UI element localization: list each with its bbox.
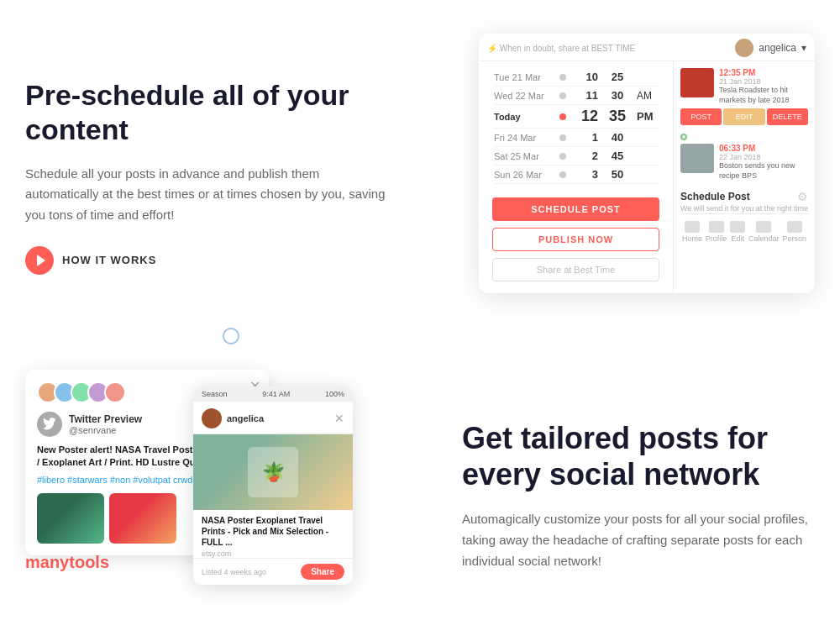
dot-4 (559, 134, 566, 141)
post-2-time: 06:33 PM (719, 144, 808, 153)
day-1: Tue 21 Mar (494, 72, 553, 82)
post-1-info: 12:35 PM 21 Jan 2018 Tesla Roadster to h… (719, 68, 808, 105)
ampm-today: PM (637, 110, 658, 123)
nav-home[interactable]: Home (682, 221, 702, 243)
deco-circle-blue (223, 328, 239, 344)
day-today: Today (494, 112, 553, 122)
nav-person-label: Person (783, 234, 807, 243)
tw-image-1 (37, 493, 104, 544)
publish-now-button[interactable]: PUBLISH NOW (492, 228, 659, 251)
calendar-icon (756, 221, 771, 233)
nav-edit[interactable]: Edit (730, 221, 745, 243)
left-text-col: Pre-schedule all of your content Schedul… (25, 78, 428, 275)
post-1-actions: POST EDIT DELETE (680, 108, 808, 125)
share-best-time-button[interactable]: Share at Best Time (492, 258, 659, 281)
hour-6: 3 (573, 168, 598, 181)
mp-source: etsy.com (193, 549, 353, 558)
timeline-connector (680, 134, 808, 140)
post-2-date: 22 Jan 2018 (719, 153, 808, 161)
min-6: 50 (605, 168, 630, 181)
app-body: Tue 21 Mar 10 25 Wed 22 Mar 11 30 AM (479, 61, 815, 293)
mp-username: angelica (227, 413, 264, 423)
right-text-col: Get tailored posts for every social netw… (428, 370, 815, 572)
hour-5: 2 (573, 150, 598, 162)
edit-btn-1[interactable]: EDIT (723, 108, 764, 125)
action-buttons-area: SCHEDULE POST PUBLISH NOW Share at Best … (486, 189, 666, 286)
brand-part2: tools (69, 553, 109, 571)
cal-row-5: Sat 25 Mar 2 45 (494, 147, 658, 166)
tw-avatar (37, 412, 62, 437)
how-it-works-button[interactable]: HOW IT WORKS (25, 246, 156, 275)
min-5: 45 (605, 150, 630, 162)
main-heading: Pre-schedule all of your content (25, 78, 395, 147)
section-tailored: ✕ Twitter Preview @senrvane ✎ (0, 353, 840, 636)
nav-calendar-label: Calendar (748, 234, 780, 243)
day-4: Fri 24 Mar (494, 133, 553, 143)
section2-heading: Get tailored posts for every social netw… (462, 420, 815, 492)
schedule-section: Schedule Post ⚙ We will send it for you … (680, 190, 808, 214)
mp-battery: 100% (325, 390, 344, 398)
bottom-nav: Home Profile Edit Calendar (680, 213, 808, 246)
cal-row-4: Fri 24 Mar 1 40 (494, 129, 658, 147)
brand: manytools (25, 553, 109, 572)
day-5: Sat 25 Mar (494, 151, 553, 161)
dot-1 (559, 74, 566, 81)
hour-1: 10 (573, 71, 598, 83)
home-icon (685, 221, 700, 233)
mp-header: angelica ✕ (193, 402, 353, 434)
app-mockup-col: ⚡ When in doubt, share at BEST TIME ange… (428, 34, 815, 319)
mp-close-icon[interactable]: ✕ (334, 412, 344, 425)
cal-row-6: Sun 26 Mar 3 50 (494, 166, 658, 184)
post-1-header: 12:35 PM 21 Jan 2018 Tesla Roadster to h… (680, 68, 808, 105)
mobile-preview-card: Season 9:41 AM 100% angelica ✕ 🪴 NASA Po… (193, 386, 353, 585)
profile-icon (709, 221, 724, 233)
day-6: Sun 26 Mar (494, 170, 553, 180)
schedule-label-small: ⚡ When in doubt, share at BEST TIME (487, 44, 635, 53)
nav-calendar[interactable]: Calendar (748, 221, 780, 243)
section2-description: Automagically customize your posts for a… (462, 509, 815, 571)
nav-profile[interactable]: Profile (706, 221, 727, 243)
min-today: 35 (605, 108, 630, 125)
person-icon (787, 221, 802, 233)
mp-time: 9:41 AM (262, 390, 290, 398)
gear-icon[interactable]: ⚙ (797, 190, 808, 203)
username: angelica (759, 42, 796, 54)
schedule-label: Schedule Post (680, 191, 750, 202)
post-2-header: 06:33 PM 22 Jan 2018 Boston sends you ne… (680, 144, 808, 181)
calendar-body: Tue 21 Mar 10 25 Wed 22 Mar 11 30 AM (486, 68, 666, 189)
post-1-thumb (680, 68, 714, 97)
tw-preview-label-text: Twitter Preview (69, 413, 142, 425)
app-left-col: Tue 21 Mar 10 25 Wed 22 Mar 11 30 AM (479, 61, 673, 293)
dropdown-arrow[interactable]: ▾ (801, 42, 806, 54)
section-preschedule: Pre-schedule all of your content Schedul… (0, 0, 840, 353)
nav-person[interactable]: Person (783, 221, 807, 243)
mp-avatar (202, 408, 222, 428)
app-mockup: ⚡ When in doubt, share at BEST TIME ange… (479, 34, 815, 293)
main-description: Schedule all your posts in advance and p… (25, 164, 395, 226)
post-entry-2: 06:33 PM 22 Jan 2018 Boston sends you ne… (680, 144, 808, 181)
tw-handle: Twitter Preview @senrvane (69, 413, 142, 435)
post-btn-1[interactable]: POST (680, 108, 722, 125)
delete-btn-1[interactable]: DELETE (767, 108, 808, 125)
schedule-sub: We will send it for you at the right tim… (680, 203, 808, 214)
post-2-desc: Boston sends you new recipe BPS (719, 161, 808, 181)
post-1-date: 21 Jan 2018 (719, 77, 808, 86)
tw-tags-text: #libero #starwars #non #volutpat (37, 475, 171, 485)
mp-share-button[interactable]: Share (301, 564, 344, 580)
play-icon (25, 246, 54, 275)
mp-statusbar: Season 9:41 AM 100% (193, 386, 353, 402)
min-2: 30 (605, 89, 630, 102)
user-avatar (735, 39, 753, 57)
nav-edit-label: Edit (731, 234, 744, 243)
mp-listed-text: Listed 4 weeks ago (202, 568, 266, 576)
nav-home-label: Home (682, 234, 702, 243)
dot-2 (559, 92, 566, 99)
mp-product-title: NASA Poster Exoplanet Travel Prints - Pi… (193, 510, 353, 549)
post-2-info: 06:33 PM 22 Jan 2018 Boston sends you ne… (719, 144, 808, 181)
hour-2: 11 (573, 89, 598, 102)
mp-product-placeholder: 🪴 (248, 447, 298, 497)
post-1-desc: Tesla Roadster to hit markets by late 20… (719, 86, 808, 105)
schedule-post-button[interactable]: SCHEDULE POST (492, 197, 659, 221)
post-entry-1: 12:35 PM 21 Jan 2018 Tesla Roadster to h… (680, 68, 808, 125)
mp-footer: Listed 4 weeks ago Share (193, 558, 353, 585)
